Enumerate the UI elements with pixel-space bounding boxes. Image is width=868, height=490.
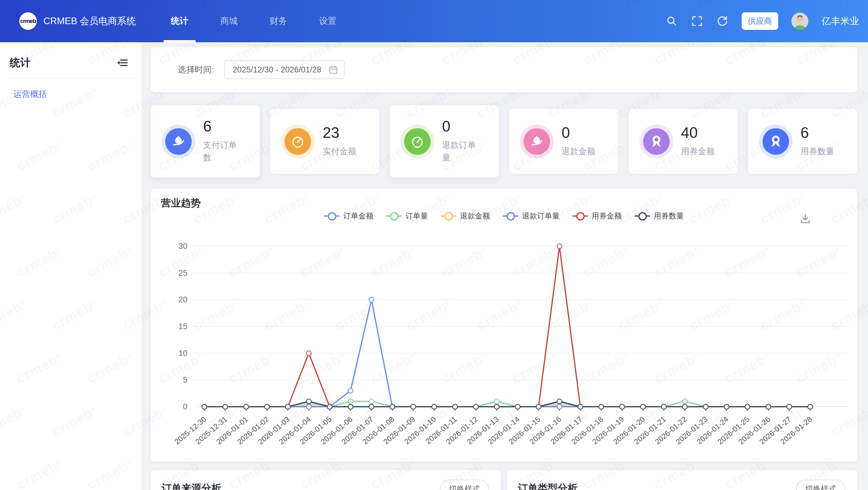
navbar-right: 供应商 亿丰米业: [666, 0, 859, 42]
stat-value: 40: [681, 125, 721, 141]
switch-style-button[interactable]: 切换样式: [796, 480, 845, 490]
switch-style-button[interactable]: 切换样式: [440, 480, 489, 490]
search-icon[interactable]: [666, 15, 678, 27]
top-navbar: crmeb CRMEB 会员电商系统 统计 商城 财务 设置 供应商: [0, 0, 868, 42]
svg-text:0: 0: [183, 402, 187, 411]
sidebar-title: 统计: [10, 56, 31, 70]
avatar-person-icon: [792, 13, 808, 30]
calendar-icon: [329, 65, 338, 75]
collapse-sidebar-icon[interactable]: [116, 57, 128, 69]
divider: [9, 78, 135, 79]
gauge-icon: [291, 135, 305, 148]
stat-label: 用券金额: [681, 145, 721, 158]
svg-text:15: 15: [179, 322, 187, 331]
panel-title: 订单来源分析: [161, 482, 221, 490]
main-nav: 统计 商城 财务 设置: [164, 0, 361, 42]
supplier-badge[interactable]: 供应商: [742, 12, 778, 30]
stat-card-refund-amount: 0 退款金额: [509, 109, 618, 174]
medal-icon: [769, 135, 783, 148]
sidebar-item-operations-overview[interactable]: 运营概括: [0, 88, 142, 100]
svg-text:30: 30: [179, 242, 187, 251]
stat-label: 退款金额: [561, 145, 601, 158]
stat-card-paid-orders: 6 支付订单数: [151, 105, 260, 177]
stats-row: 6 支付订单数 23 实付金额 0 退款订单量 0 退款金额: [151, 105, 857, 177]
stat-value: 0: [442, 119, 482, 135]
crmeb-dashboard: crmeb CRMEB 会员电商系统 统计 商城 财务 设置 供应商: [0, 0, 868, 490]
tab-settings[interactable]: 设置: [312, 0, 344, 42]
trend-line-chart: 0510152025302025-12-302025-12-312026-01-…: [151, 189, 857, 462]
gauge-icon: [410, 135, 424, 148]
fullscreen-icon[interactable]: [691, 15, 703, 27]
tulip-icon: [172, 135, 185, 148]
svg-text:25: 25: [179, 268, 187, 278]
username[interactable]: 亿丰米业: [822, 15, 859, 27]
stat-label: 用券数量: [801, 145, 840, 158]
user-avatar[interactable]: [792, 13, 808, 30]
stat-card-refund-orders: 0 退款订单量: [390, 105, 499, 177]
panel-title: 订单类型分析: [518, 482, 578, 490]
tab-finance[interactable]: 财务: [262, 0, 294, 42]
stat-card-coupon-count: 6 用券数量: [748, 109, 857, 174]
stat-value: 23: [322, 125, 362, 141]
stat-label: 实付金额: [322, 145, 362, 158]
refresh-icon[interactable]: [716, 15, 728, 27]
medal-icon: [650, 135, 663, 148]
date-range-input[interactable]: 2025/12/30 - 2026/01/28: [224, 60, 345, 79]
tab-mall[interactable]: 商城: [213, 0, 245, 42]
order-type-panel: 订单类型分析 切换样式: [507, 470, 857, 490]
app-title: CRMEB 会员电商系统: [43, 15, 136, 27]
tulip-icon: [530, 135, 544, 148]
stat-value: 0: [561, 125, 601, 141]
svg-text:10: 10: [179, 349, 187, 358]
stat-label: 退款订单量: [442, 139, 482, 164]
filter-card: 选择时间: 2025/12/30 - 2026/01/28: [151, 47, 857, 92]
crmeb-logo[interactable]: crmeb: [19, 12, 37, 30]
date-filter-label: 选择时间:: [178, 64, 214, 76]
logo-text: crmeb: [20, 18, 36, 24]
svg-text:20: 20: [179, 295, 187, 304]
sidebar: 统计 运营概括: [0, 42, 142, 490]
svg-text:5: 5: [183, 375, 187, 384]
stat-label: 支付订单数: [203, 139, 243, 164]
tab-statistics[interactable]: 统计: [164, 0, 195, 42]
order-source-panel: 订单来源分析 切换样式: [151, 470, 501, 490]
stat-value: 6: [203, 119, 243, 135]
stat-card-coupon-amount: 40 用券金额: [629, 109, 738, 174]
date-range-value: 2025/12/30 - 2026/01/28: [233, 65, 329, 75]
stat-value: 6: [801, 125, 840, 141]
business-trend-card: 营业趋势 订单金额 订单量 退款金额 退款订单量 用券金额 用券数量 05101…: [151, 189, 857, 462]
stat-card-paid-amount: 23 实付金额: [270, 109, 379, 174]
